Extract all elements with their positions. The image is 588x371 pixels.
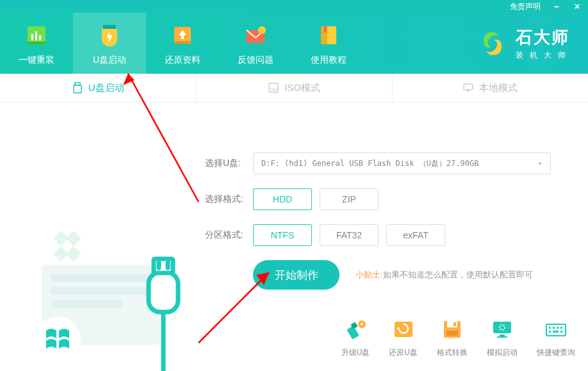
svg-rect-36 (446, 331, 458, 336)
subtab-local[interactable]: 本地模式 (393, 74, 588, 102)
svg-rect-35 (453, 322, 456, 326)
partition-label: 分区格式: (205, 229, 253, 241)
svg-rect-43 (553, 327, 555, 329)
tip-text: 小贴士:如果不知道怎么配置，使用默认配置即可 (355, 269, 533, 281)
svg-rect-21 (51, 287, 151, 295)
floppy-icon (439, 317, 465, 342)
disclaimer-link[interactable]: 免责声明 (510, 1, 541, 12)
usb-select[interactable]: D:F: (hd1) General USB Flash Disk （U盘）27… (253, 153, 551, 174)
tool-restore-usb[interactable]: 还原U盘 (389, 317, 418, 358)
svg-rect-39 (500, 334, 505, 336)
brand-logo-icon (477, 28, 508, 59)
tip-label: 小贴士: (355, 270, 383, 279)
svg-rect-12 (324, 26, 327, 33)
sub-tabs: U盘启动 ISO ISO模式 本地模式 (0, 74, 588, 103)
svg-rect-1 (31, 34, 33, 40)
usb-icon (72, 82, 83, 94)
svg-rect-4 (28, 42, 45, 44)
nav-reinstall[interactable]: 一键重装 (0, 13, 73, 74)
nav-tutorial[interactable]: 使用教程 (292, 13, 365, 74)
tool-label: 模拟启动 (487, 347, 518, 358)
illustration (0, 103, 199, 371)
svg-rect-5 (103, 25, 116, 29)
svg-rect-17 (464, 84, 473, 90)
shield-flash-icon (95, 21, 124, 49)
svg-rect-41 (546, 324, 566, 336)
tool-label: 升级U盘 (341, 347, 370, 358)
monitor-boot-icon (489, 317, 515, 342)
nav-label: 反馈问题 (238, 54, 274, 66)
nav-feedback[interactable]: 反馈问题 (219, 13, 292, 74)
svg-rect-37 (493, 322, 511, 333)
minimize-button[interactable]: – (552, 1, 561, 12)
titlebar: 免责声明 – × (0, 0, 588, 13)
tool-label: 格式转换 (437, 347, 468, 358)
svg-rect-2 (35, 31, 37, 40)
svg-point-24 (35, 317, 81, 363)
subtab-label: ISO模式 (284, 82, 320, 94)
nav-restore[interactable]: 还原资料 (146, 13, 219, 74)
top-nav: 一键重装 U盘启动 还原资料 反馈问题 使用教程 (0, 13, 365, 74)
nav-label: U盘启动 (93, 54, 126, 66)
format-option-zip[interactable]: ZIP (320, 188, 379, 210)
svg-rect-46 (549, 331, 551, 333)
tool-hotkey-query[interactable]: 快捷键查询 (537, 317, 575, 358)
partition-option-exfat[interactable]: exFAT (386, 224, 445, 246)
restore-icon (391, 317, 416, 342)
close-button[interactable]: × (573, 1, 582, 12)
tool-upgrade-usb[interactable]: 升级U盘 (341, 317, 370, 358)
partition-option-ntfs[interactable]: NTFS (253, 224, 312, 246)
svg-rect-47 (553, 331, 559, 333)
usb-up-icon (343, 317, 368, 342)
svg-rect-3 (39, 35, 41, 40)
brand: 石大师 装机大师 (477, 13, 588, 74)
nav-label: 还原资料 (165, 54, 200, 66)
tip-content: 如果不知道怎么配置，使用默认配置即可 (383, 270, 533, 279)
tool-format-convert[interactable]: 格式转换 (437, 317, 468, 358)
usb-select-value: D:F: (hd1) General USB Flash Disk （U盘）27… (261, 158, 478, 169)
keyboard-icon (543, 317, 569, 342)
svg-rect-22 (51, 300, 122, 308)
bar-chart-icon (22, 21, 51, 49)
svg-rect-48 (560, 331, 562, 333)
svg-rect-42 (549, 327, 551, 329)
svg-point-9 (258, 26, 266, 34)
start-button[interactable]: 开始制作 (253, 260, 339, 290)
mail-icon (241, 21, 270, 49)
iso-icon: ISO (268, 82, 279, 94)
nav-label: 使用教程 (311, 54, 347, 66)
header: 一键重装 U盘启动 还原资料 反馈问题 使用教程 (0, 13, 588, 74)
bottom-tools: 升级U盘 还原U盘 格式转换 模拟启动 快捷键查询 (341, 317, 575, 358)
tool-label: 还原U盘 (389, 347, 418, 358)
svg-rect-25 (149, 272, 178, 312)
brand-subtitle: 装机大师 (516, 50, 572, 61)
svg-rect-45 (560, 327, 562, 329)
usb-select-label: 选择U盘: (205, 158, 253, 169)
upload-box-icon (168, 21, 197, 49)
format-option-hdd[interactable]: HDD (253, 188, 312, 210)
usb-illustration-icon (0, 103, 199, 371)
svg-rect-40 (497, 336, 507, 338)
brand-title: 石大师 (516, 26, 572, 49)
svg-rect-20 (51, 274, 151, 282)
subtab-usb[interactable]: U盘启动 (0, 74, 196, 102)
format-label: 选择格式: (205, 194, 253, 205)
subtab-label: 本地模式 (479, 82, 518, 94)
svg-rect-7 (174, 41, 191, 44)
subtab-iso[interactable]: ISO ISO模式 (196, 74, 392, 102)
chevron-down-icon: ▾ (538, 159, 543, 168)
nav-label: 一键重装 (19, 54, 54, 66)
nav-usb-boot[interactable]: U盘启动 (73, 13, 146, 74)
subtab-label: U盘启动 (88, 82, 124, 94)
svg-text:ISO: ISO (270, 87, 279, 92)
tool-label: 快捷键查询 (537, 347, 575, 358)
tool-simulate-boot[interactable]: 模拟启动 (487, 317, 518, 358)
svg-rect-14 (74, 85, 81, 93)
partition-option-fat32[interactable]: FAT32 (320, 224, 379, 246)
svg-rect-44 (557, 327, 559, 329)
monitor-icon (462, 82, 474, 94)
svg-rect-18 (467, 90, 470, 92)
book-icon (314, 21, 343, 49)
